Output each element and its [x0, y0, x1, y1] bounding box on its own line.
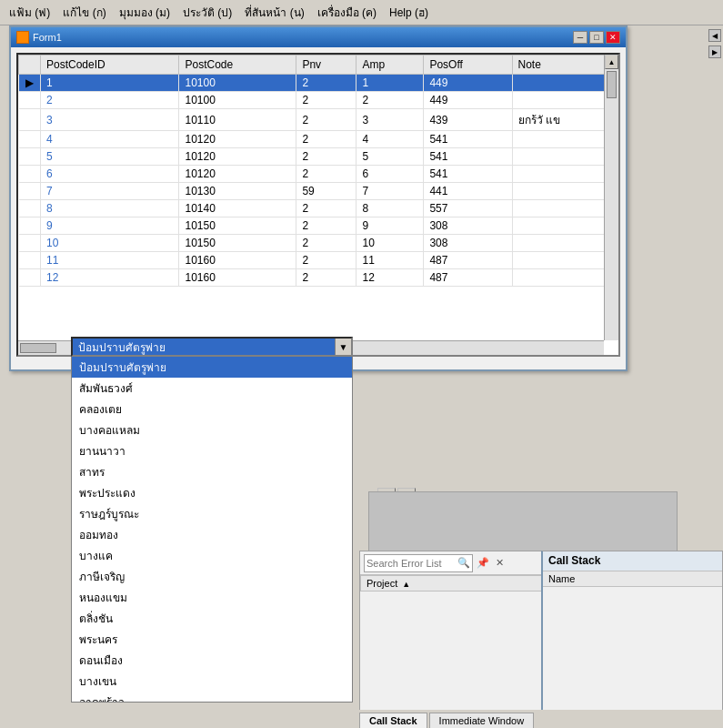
row-note [512, 200, 618, 217]
table-row[interactable]: 9 10150 2 9 308 [19, 217, 618, 235]
dropdown-header: ป้อมปราบศัตรูพ่าย ▼ [71, 337, 353, 357]
table-row[interactable]: 10 10150 2 10 308 [19, 235, 618, 252]
tab-callstack[interactable]: Call Stack [359, 713, 427, 728]
row-postcodeid: 11 [41, 252, 179, 269]
row-pnv: 2 [296, 252, 356, 269]
table-row[interactable]: 6 10120 2 6 541 [19, 166, 618, 183]
callstack-title: Call Stack [543, 551, 722, 571]
row-postcode: 10160 [179, 252, 296, 269]
row-postcode: 10100 [179, 92, 296, 109]
table-row[interactable]: 12 10160 2 12 487 [19, 269, 618, 287]
row-arrow [19, 131, 41, 148]
menu-tools[interactable]: เครื่องมือ (ค) [312, 2, 382, 23]
form-icon [16, 31, 29, 44]
row-postcodeid: 6 [41, 166, 179, 183]
row-amp: 11 [356, 252, 424, 269]
dropdown-selected-value[interactable]: ป้อมปราบศัตรูพ่าย [73, 339, 335, 355]
panel-close-button[interactable]: ✕ [493, 557, 506, 570]
dropdown-list-item[interactable]: คลองเตย [72, 399, 352, 420]
row-posoff: 449 [424, 75, 512, 92]
scroll-up-arrow[interactable]: ▲ [605, 55, 618, 69]
row-arrow [19, 252, 41, 269]
menu-help[interactable]: Help (ฮ) [384, 2, 434, 23]
search-input[interactable] [367, 558, 457, 569]
row-posoff: 449 [424, 92, 512, 109]
row-amp: 4 [356, 131, 424, 148]
dropdown-container: ป้อมปราบศัตรูพ่าย ▼ ป้อมปราบศัตรูพ่ายสัม… [71, 337, 353, 703]
callstack-panel: Call Stack Name [541, 551, 723, 728]
row-arrow [19, 148, 41, 166]
dropdown-list-item[interactable]: ยานนาวา [72, 440, 352, 461]
table-row[interactable]: 7 10130 59 7 441 [19, 183, 618, 200]
window-controls: ─ □ ✕ [573, 31, 620, 44]
row-amp: 5 [356, 148, 424, 166]
dropdown-toggle-button[interactable]: ▼ [335, 339, 351, 355]
vertical-scrollbar[interactable]: ▲ [604, 55, 618, 340]
row-posoff: 541 [424, 131, 512, 148]
pin-button[interactable]: 📌 [477, 557, 489, 570]
row-pnv: 2 [296, 131, 356, 148]
col-postcodeId: PostCodeID [41, 56, 179, 75]
row-postcode: 10100 [179, 75, 296, 92]
row-postcodeid: 3 [41, 109, 179, 131]
dropdown-list: ป้อมปราบศัตรูพ่ายสัมพันธวงศ์คลองเตยบางคอ… [71, 357, 353, 703]
dropdown-list-item[interactable]: ออมทอง [72, 524, 352, 545]
table-row[interactable]: 4 10120 2 4 541 [19, 131, 618, 148]
row-pnv: 2 [296, 75, 356, 92]
dropdown-list-item[interactable]: พระประแดง [72, 482, 352, 503]
side-button-1[interactable]: ◀ [708, 29, 721, 42]
maximize-button[interactable]: □ [589, 31, 604, 44]
dropdown-list-item[interactable]: พระนคร [72, 629, 352, 650]
row-pnv: 2 [296, 217, 356, 235]
menu-view[interactable]: มุมมอง (ม) [114, 2, 176, 23]
dropdown-list-item[interactable]: ภาษีเจริญ [72, 566, 352, 587]
callstack-col-name: Name [543, 571, 722, 587]
table-row[interactable]: 2 10100 2 2 449 [19, 92, 618, 109]
table-row[interactable]: 8 10140 2 8 557 [19, 200, 618, 217]
row-pnv: 2 [296, 269, 356, 287]
menu-edit[interactable]: แก้ไข (ก) [57, 2, 111, 23]
row-note [512, 183, 618, 200]
close-button[interactable]: ✕ [606, 31, 620, 44]
menu-file[interactable]: แฟ้ม (ฟ) [4, 2, 55, 23]
dropdown-list-item[interactable]: บางเขน [72, 671, 352, 692]
table-row[interactable]: 11 10160 2 11 487 [19, 252, 618, 269]
row-amp: 8 [356, 200, 424, 217]
search-icon[interactable]: 🔍 [457, 557, 470, 569]
tab-immediate-window[interactable]: Immediate Window [429, 713, 535, 728]
row-postcodeid: 12 [41, 269, 179, 287]
dropdown-list-item[interactable]: สาทร [72, 461, 352, 482]
dropdown-list-item[interactable]: ตลิ่งชัน [72, 608, 352, 629]
dropdown-list-item[interactable]: ลาดพร้าว [72, 692, 352, 703]
dropdown-list-item[interactable]: บางคอแหลม [72, 420, 352, 440]
row-note [512, 92, 618, 109]
row-pnv: 2 [296, 235, 356, 252]
menu-history[interactable]: ประวัติ (ป) [177, 2, 237, 23]
scroll-thumb[interactable] [607, 71, 617, 98]
row-pnv: 2 [296, 200, 356, 217]
dropdown-list-item[interactable]: ป้อมปราบศัตรูพ่าย [72, 357, 352, 378]
dropdown-list-item[interactable]: ดอนเมือง [72, 650, 352, 671]
dropdown-list-item[interactable]: ราษฎร์บูรณะ [72, 503, 352, 524]
col-pnv: Pnv [296, 56, 356, 75]
hscroll-thumb[interactable] [20, 343, 56, 353]
dropdown-list-item[interactable]: บางแค [72, 545, 352, 566]
row-note [512, 252, 618, 269]
table-row[interactable]: ▶ 1 10100 2 1 449 [19, 75, 618, 92]
table-row[interactable]: 3 10110 2 3 439 ยกร้วั แข [19, 109, 618, 131]
side-button-2[interactable]: ▶ [708, 46, 721, 58]
dropdown-list-item[interactable]: หนองแขม [72, 587, 352, 608]
row-pnv: 2 [296, 109, 356, 131]
search-box: 🔍 [364, 554, 473, 572]
row-postcodeid: 5 [41, 148, 179, 166]
table-row[interactable]: 5 10120 2 5 541 [19, 148, 618, 166]
row-amp: 6 [356, 166, 424, 183]
col-amp: Amp [356, 56, 424, 75]
dropdown-list-item[interactable]: สัมพันธวงศ์ [72, 378, 352, 399]
row-arrow [19, 269, 41, 287]
row-amp: 1 [356, 75, 424, 92]
menu-bookmarks[interactable]: ที่สันหน้า (น) [239, 2, 309, 23]
row-arrow [19, 217, 41, 235]
minimize-button[interactable]: ─ [573, 31, 587, 44]
sort-arrow-up: ▲ [402, 580, 410, 589]
